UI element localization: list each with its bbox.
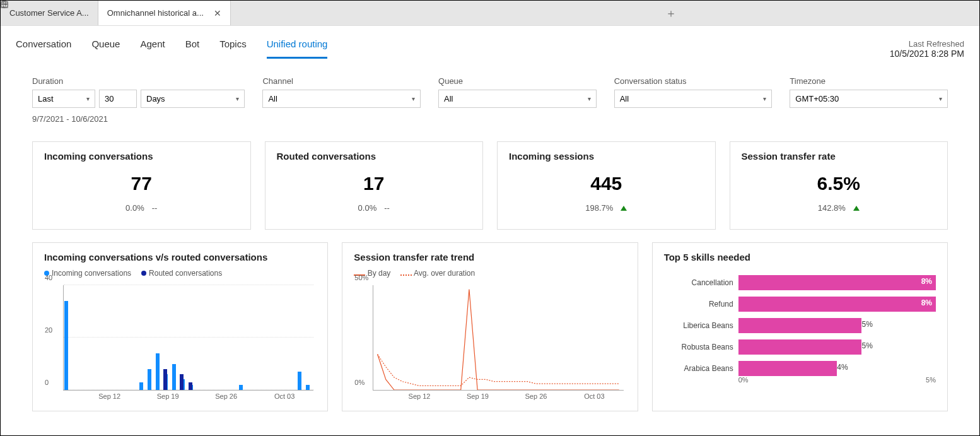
chart-top-skills[interactable]: Top 5 skills needed Cancellation 8%Refun… <box>652 242 948 411</box>
nav-unified-routing[interactable]: Unified routing <box>267 38 328 59</box>
add-tab-icon[interactable]: ＋ <box>665 6 677 21</box>
card-title: Incoming sessions <box>509 151 704 162</box>
bar <box>139 382 143 390</box>
legend-label: By day <box>368 269 391 278</box>
nav-conversation[interactable]: Conversation <box>16 38 71 59</box>
svg-rect-4 <box>1 2 8 8</box>
filter-label: Queue <box>438 76 597 86</box>
duration-unit-select[interactable]: Days▾ <box>141 90 245 108</box>
refreshed-label: Last Refreshed <box>890 39 964 49</box>
legend-label: Avg. over duration <box>414 269 475 278</box>
timezone-select[interactable]: GMT+05:30▾ <box>790 90 948 108</box>
queue-select[interactable]: All▾ <box>438 90 597 108</box>
filter-label: Conversation status <box>614 76 773 86</box>
bar <box>180 374 184 390</box>
filter-status: Conversation status All▾ <box>614 76 773 108</box>
bar <box>189 382 192 390</box>
filter-bar: Duration Last▾ 30 Days▾ 9/7/2021 - 10/6/… <box>1 64 979 129</box>
bar <box>64 301 68 390</box>
skill-name: Robusta Beans <box>664 343 733 351</box>
card-value: 77 <box>44 173 239 194</box>
chevron-down-icon: ▾ <box>763 95 766 102</box>
trend-up-icon <box>853 206 860 211</box>
skill-row: Cancellation 8% <box>664 275 936 290</box>
charts-row: Incoming conversations v/s routed conver… <box>32 242 948 411</box>
status-select[interactable]: All▾ <box>614 90 773 108</box>
skills-bars: Cancellation 8%Refund 8%Liberica Beans 5… <box>664 275 936 376</box>
skill-bar <box>738 318 862 333</box>
close-icon[interactable]: ✕ <box>214 8 221 18</box>
card-delta: 198.7% <box>509 203 704 213</box>
filter-label: Channel <box>262 76 421 86</box>
bar <box>172 364 176 391</box>
chevron-down-icon: ▾ <box>236 95 239 102</box>
kpi-card[interactable]: Routed conversations 17 0.0%-- <box>265 141 484 230</box>
skill-name: Refund <box>664 300 733 309</box>
axis-tick: 0% <box>738 376 749 384</box>
filter-timezone: Timezone GMT+05:30▾ <box>790 76 948 108</box>
chevron-down-icon: ▾ <box>412 95 415 102</box>
legend-swatch-routed <box>141 271 146 276</box>
chart-incoming-vs-routed[interactable]: Incoming conversations v/s routed conver… <box>32 242 328 411</box>
tab-label: Omnichannel historical a... <box>107 8 204 18</box>
chart-legend: Incoming conversations Routed conversati… <box>44 269 316 278</box>
card-value: 17 <box>277 173 472 194</box>
skill-bar: 8% <box>738 297 936 312</box>
chevron-down-icon: ▾ <box>588 95 591 102</box>
date-range-display: 9/7/2021 - 10/6/2021 <box>32 114 245 124</box>
card-value: 445 <box>509 173 704 194</box>
legend-label: Routed conversations <box>149 269 222 278</box>
card-title: Session transfer rate <box>742 151 936 162</box>
skill-row: Arabica Beans 4% <box>664 361 936 376</box>
chart-title: Session transfer rate trend <box>354 252 626 262</box>
line-plot-area: 0%50%Sep 12Sep 19Sep 26Oct 03 <box>373 285 623 391</box>
nav-queue[interactable]: Queue <box>91 38 120 59</box>
channel-select[interactable]: All▾ <box>262 90 421 108</box>
skill-bar: 8% <box>738 275 936 290</box>
tab-omnichannel[interactable]: Omnichannel historical a... ✕ <box>98 1 231 25</box>
chevron-down-icon: ▾ <box>86 95 90 102</box>
last-refreshed: Last Refreshed 10/5/2021 8:28 PM <box>890 39 964 59</box>
tab-customer-service[interactable]: Customer Service A... <box>1 1 98 25</box>
card-delta: 142.8% <box>742 203 936 213</box>
bar <box>156 353 160 390</box>
chevron-down-icon: ▾ <box>939 95 942 102</box>
kpi-card[interactable]: Session transfer rate 6.5% 142.8% <box>730 141 948 230</box>
nav-links: Conversation Queue Agent Bot Topics Unif… <box>16 38 327 59</box>
skill-row: Liberica Beans 5% <box>664 318 936 333</box>
bar <box>163 369 167 390</box>
filter-label: Timezone <box>790 76 948 86</box>
nav-bot[interactable]: Bot <box>185 38 200 59</box>
trend-up-icon <box>621 206 627 211</box>
legend-swatch-avg <box>400 274 412 276</box>
nav-topics[interactable]: Topics <box>219 38 247 59</box>
axis-tick: 5% <box>926 376 936 384</box>
kpi-cards: Incoming conversations 77 0.0%--Routed c… <box>32 141 948 230</box>
skill-name: Liberica Beans <box>664 321 733 330</box>
calendar-icon <box>0 0 9 9</box>
duration-n-input[interactable]: 30 <box>99 90 137 108</box>
duration-mode-select[interactable]: Last▾ <box>32 90 95 108</box>
skill-row: Robusta Beans 5% <box>664 339 936 355</box>
card-title: Incoming conversations <box>44 151 239 162</box>
tab-label: Customer Service A... <box>9 8 89 18</box>
kpi-card[interactable]: Incoming sessions 445 198.7% <box>497 141 716 230</box>
skill-name: Cancellation <box>664 278 733 287</box>
chart-title: Top 5 skills needed <box>664 252 936 262</box>
bar <box>298 372 301 390</box>
nav-agent[interactable]: Agent <box>140 38 165 59</box>
chart-title: Incoming conversations v/s routed conver… <box>44 252 316 262</box>
bar <box>239 385 243 390</box>
report-navbar: Conversation Queue Agent Bot Topics Unif… <box>1 26 979 64</box>
bar-plot-area: 02040Sep 12Sep 19Sep 26Oct 03 <box>63 285 313 391</box>
dashboard: Incoming conversations 77 0.0%--Routed c… <box>1 129 979 424</box>
skill-name: Arabica Beans <box>664 364 733 373</box>
bar <box>306 385 310 390</box>
skill-row: Refund 8% <box>664 297 936 312</box>
legend-label: Incoming conversations <box>52 269 131 278</box>
card-delta: 0.0%-- <box>44 203 239 213</box>
skills-x-axis: 0% 5% <box>738 376 936 384</box>
kpi-card[interactable]: Incoming conversations 77 0.0%-- <box>32 141 251 230</box>
skill-bar <box>738 339 862 355</box>
chart-transfer-trend[interactable]: Session transfer rate trend By day Avg. … <box>342 242 638 411</box>
